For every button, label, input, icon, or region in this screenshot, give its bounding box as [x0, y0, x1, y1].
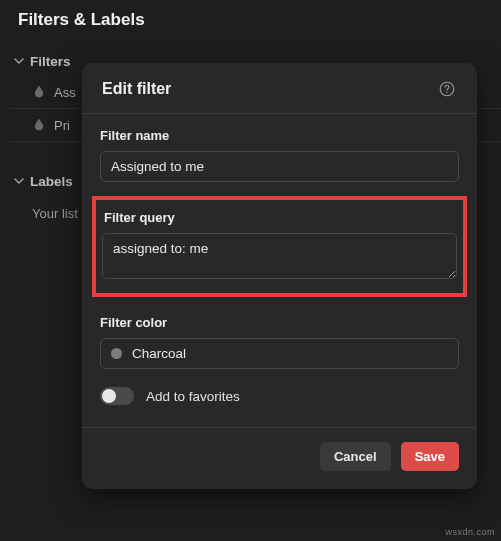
filter-name-input[interactable] — [100, 151, 459, 182]
modal-footer: Cancel Save — [82, 427, 477, 489]
save-button[interactable]: Save — [401, 442, 459, 471]
filter-item-label: Ass — [54, 85, 76, 100]
favorites-toggle[interactable] — [100, 387, 134, 405]
filter-item-label: Pri — [54, 118, 70, 133]
filter-color-label: Filter color — [100, 315, 459, 330]
toggle-knob — [102, 389, 116, 403]
favorites-toggle-label: Add to favorites — [146, 389, 240, 404]
filter-drop-icon — [32, 84, 48, 100]
labels-section-label: Labels — [30, 174, 73, 189]
filter-query-highlight: Filter query — [92, 196, 467, 297]
help-icon[interactable] — [437, 79, 457, 99]
modal-header: Edit filter — [82, 63, 477, 114]
modal-body: Filter name Filter query Filter color Ch… — [82, 114, 477, 419]
color-swatch-icon — [111, 348, 122, 359]
filter-drop-icon — [32, 117, 48, 133]
cancel-button[interactable]: Cancel — [320, 442, 391, 471]
filter-name-group: Filter name — [100, 128, 459, 182]
filter-color-select[interactable]: Charcoal — [100, 338, 459, 369]
watermark: wsxdn.com — [445, 527, 495, 537]
filter-query-label: Filter query — [102, 210, 457, 225]
filters-section-label: Filters — [30, 54, 71, 69]
page-title: Filters & Labels — [0, 0, 501, 46]
filter-color-group: Filter color Charcoal — [100, 315, 459, 369]
svg-point-1 — [446, 92, 447, 93]
filter-query-input[interactable] — [102, 233, 457, 279]
filter-name-label: Filter name — [100, 128, 459, 143]
chevron-down-icon — [10, 172, 28, 190]
favorites-row: Add to favorites — [100, 387, 459, 405]
filter-color-value: Charcoal — [132, 346, 186, 361]
edit-filter-modal: Edit filter Filter name Filter query Fil… — [82, 63, 477, 489]
modal-title: Edit filter — [102, 80, 171, 98]
chevron-down-icon — [10, 52, 28, 70]
